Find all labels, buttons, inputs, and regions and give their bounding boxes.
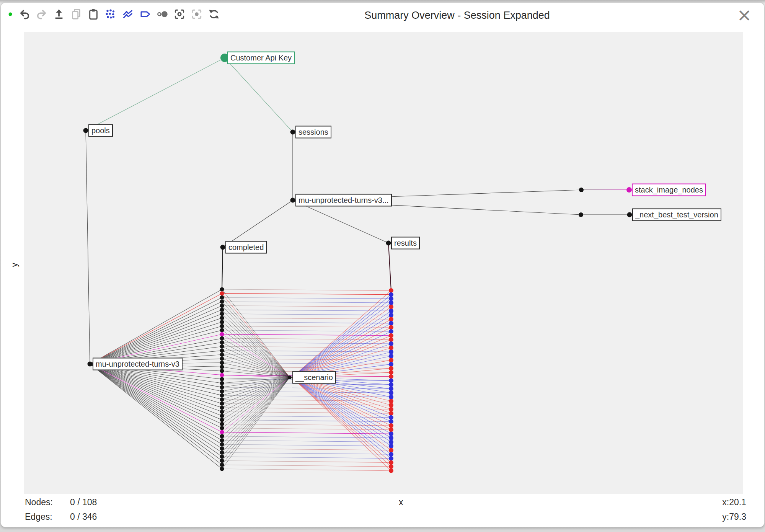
completed-item-dot[interactable] <box>220 365 224 369</box>
close-button[interactable]: × <box>734 5 754 25</box>
completed-item-dot[interactable] <box>220 320 224 324</box>
result-item-dot[interactable] <box>389 341 393 346</box>
node-label-completed[interactable]: completed <box>225 241 267 254</box>
completed-item-dot[interactable] <box>220 406 224 410</box>
result-item-dot[interactable] <box>389 321 393 326</box>
result-item-dot[interactable] <box>389 415 393 420</box>
completed-item-dot[interactable] <box>220 393 224 398</box>
graph-node-dot-mu-unprotected-turns-v3-top[interactable] <box>290 198 295 203</box>
result-item-dot[interactable] <box>389 337 393 342</box>
completed-item-dot[interactable] <box>220 332 224 336</box>
completed-item-dot[interactable] <box>220 344 224 349</box>
result-item-dot[interactable] <box>389 300 393 305</box>
completed-item-dot[interactable] <box>220 426 224 430</box>
graph-node-dot-results[interactable] <box>386 241 391 246</box>
paste-button[interactable] <box>87 8 100 21</box>
completed-item-dot[interactable] <box>220 304 224 308</box>
node-label-results[interactable]: results <box>391 237 420 250</box>
result-item-dot[interactable] <box>389 407 393 411</box>
result-item-dot[interactable] <box>389 391 393 395</box>
result-item-dot[interactable] <box>389 366 393 370</box>
completed-item-dot[interactable] <box>220 467 224 471</box>
undo-button[interactable] <box>18 8 31 21</box>
completed-item-dot[interactable] <box>220 361 224 365</box>
completed-item-dot[interactable] <box>220 410 224 414</box>
result-item-dot[interactable] <box>389 309 393 313</box>
completed-item-dot[interactable] <box>220 352 224 357</box>
graph-node-dot-junction-2[interactable] <box>579 212 583 217</box>
completed-item-dot[interactable] <box>220 446 224 450</box>
copy-button[interactable] <box>70 8 83 21</box>
completed-item-dot[interactable] <box>220 369 224 373</box>
completed-item-dot[interactable] <box>220 295 224 300</box>
focus-node-button[interactable] <box>173 8 186 21</box>
completed-item-dot[interactable] <box>220 438 224 442</box>
completed-item-dot[interactable] <box>220 397 224 401</box>
node-label-scenario[interactable]: __scenario <box>292 371 336 384</box>
completed-item-dot[interactable] <box>220 463 224 467</box>
result-item-dot[interactable] <box>389 411 393 416</box>
completed-item-dot[interactable] <box>220 328 224 332</box>
graph-svg[interactable] <box>24 32 743 494</box>
completed-item-dot[interactable] <box>220 316 224 320</box>
graph-node-dot-stack-image-nodes[interactable] <box>626 187 632 193</box>
upload-button[interactable] <box>52 8 65 21</box>
result-item-dot[interactable] <box>389 448 393 452</box>
result-item-dot[interactable] <box>389 452 393 457</box>
redo-button[interactable] <box>35 8 48 21</box>
result-item-dot[interactable] <box>389 382 393 387</box>
graph-node-dot-completed[interactable] <box>220 245 225 250</box>
result-item-dot[interactable] <box>389 350 393 354</box>
result-item-dot[interactable] <box>389 292 393 297</box>
completed-item-dot[interactable] <box>220 430 224 434</box>
result-item-dot[interactable] <box>389 460 393 465</box>
result-item-dot[interactable] <box>389 370 393 375</box>
node-label-customer-api-key[interactable]: Customer Api Key <box>227 52 295 64</box>
completed-item-dot[interactable] <box>220 340 224 344</box>
graph-node-dot-pools[interactable] <box>83 128 88 133</box>
result-item-dot[interactable] <box>389 305 393 309</box>
result-item-dot[interactable] <box>389 362 393 367</box>
completed-item-dot[interactable] <box>220 336 224 340</box>
completed-item-dot[interactable] <box>220 373 224 377</box>
completed-item-dot[interactable] <box>220 348 224 352</box>
completed-item-dot[interactable] <box>220 377 224 381</box>
result-item-dot[interactable] <box>389 432 393 436</box>
result-item-dot[interactable] <box>389 428 393 432</box>
completed-item-dot[interactable] <box>220 381 224 385</box>
completed-item-dot[interactable] <box>220 308 224 312</box>
scatter-plot-button[interactable] <box>104 8 117 21</box>
completed-item-dot[interactable] <box>220 287 224 292</box>
completed-item-dot[interactable] <box>220 299 224 304</box>
graph-node-dot-mu-unprotected-turns-v3-left[interactable] <box>88 362 93 367</box>
result-item-dot[interactable] <box>389 419 393 424</box>
result-item-dot[interactable] <box>389 354 393 358</box>
result-item-dot[interactable] <box>389 440 393 444</box>
result-item-dot[interactable] <box>389 387 393 391</box>
result-item-dot[interactable] <box>389 395 393 399</box>
node-size-button[interactable] <box>156 8 169 21</box>
result-item-dot[interactable] <box>389 313 393 317</box>
polygon-select-button[interactable] <box>139 8 152 21</box>
completed-item-dot[interactable] <box>220 450 224 455</box>
node-label-mu-unprotected-turns-v3-top[interactable]: mu-unprotected-turns-v3... <box>295 194 392 207</box>
result-item-dot[interactable] <box>389 456 393 461</box>
graph-node-dot-scenario[interactable] <box>288 375 292 379</box>
completed-item-dot[interactable] <box>220 385 224 389</box>
result-item-dot[interactable] <box>389 333 393 338</box>
completed-item-dot[interactable] <box>220 357 224 361</box>
line-chart-button[interactable] <box>121 8 134 21</box>
completed-item-dot[interactable] <box>220 442 224 447</box>
completed-item-dot[interactable] <box>220 455 224 459</box>
result-item-dot[interactable] <box>389 325 393 330</box>
completed-item-dot[interactable] <box>220 401 224 406</box>
completed-item-dot[interactable] <box>220 291 224 295</box>
result-item-dot[interactable] <box>389 346 393 350</box>
completed-item-dot[interactable] <box>220 414 224 418</box>
result-item-dot[interactable] <box>389 399 393 403</box>
completed-item-dot[interactable] <box>220 459 224 463</box>
result-item-dot[interactable] <box>389 436 393 440</box>
result-item-dot[interactable] <box>389 358 393 362</box>
graph-canvas[interactable]: Customer Api Keypoolssessionsmu-unprotec… <box>24 32 743 494</box>
result-item-dot[interactable] <box>389 403 393 408</box>
